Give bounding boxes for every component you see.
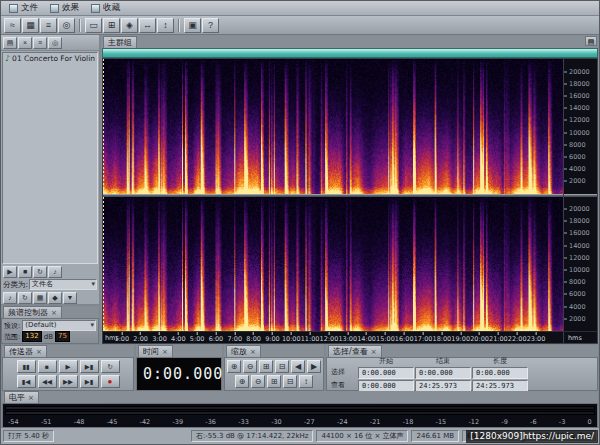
transport-panel: 传送器 ▮▮■▶▶▮↻▮◀◀◀▶▶▶▮● [2, 345, 134, 391]
tool-time-selection-button[interactable]: ▭ [85, 18, 102, 33]
file-list[interactable]: ♪ 01 Concerto For Violin And [2, 52, 98, 264]
preview-loop-button[interactable]: ↻ [33, 266, 47, 278]
close-icon[interactable] [51, 309, 57, 317]
view-waveform-button[interactable]: ≈ [4, 18, 21, 33]
zoom-to-selection-button[interactable]: ⊟ [275, 360, 289, 373]
transport-title: 传送器 [9, 346, 33, 357]
sort-select[interactable]: 文件名 [29, 279, 97, 290]
zoom-reset-button[interactable]: ↕ [299, 375, 313, 388]
fast-forward-button[interactable]: ▶▶ [59, 375, 78, 388]
timeline-label: 23:00 [527, 335, 546, 343]
transport-row: ▮▮■▶▶▮↻ [17, 360, 120, 373]
scale-label: -27 [304, 418, 315, 426]
close-icon[interactable] [162, 348, 168, 356]
zoom-in-button[interactable]: ⊞ [267, 375, 281, 388]
zoom-row: ⊕⊖⊞⊟◀▶ [227, 360, 321, 373]
zoom-left-edge-button[interactable]: ◀ [291, 360, 305, 373]
close-icon[interactable] [36, 348, 42, 356]
go-to-end-button[interactable]: ▶▮ [80, 375, 99, 388]
menu-favorites[interactable]: 收藏 [86, 2, 125, 15]
record-button[interactable]: ● [101, 375, 120, 388]
timeline-ruler[interactable]: hms 1:002:003:004:005:006:007:008:009:00… [102, 331, 598, 344]
close-icon[interactable] [28, 394, 34, 402]
zoom-out-button[interactable]: ⊟ [283, 375, 297, 388]
zoom-out-horizontal-button[interactable]: ⊖ [243, 360, 257, 373]
overview-navigation-bar[interactable] [102, 48, 598, 58]
timeline-label: 1:00 [115, 335, 130, 343]
go-to-beginning-button[interactable]: ▮◀ [17, 375, 36, 388]
spectrogram-right-channel[interactable] [103, 197, 563, 332]
tool-marquee-button[interactable]: ⊞ [103, 18, 120, 33]
preview-play-button[interactable]: ▶ [3, 266, 17, 278]
playhead-cursor[interactable] [103, 59, 104, 194]
zoom-out-vertical-button[interactable]: ⊖ [251, 375, 265, 388]
frequency-label: 4000 [564, 166, 586, 173]
preview-autoplay-button[interactable]: ♪ [48, 266, 62, 278]
close-file-button[interactable]: × [18, 37, 32, 49]
tool-scrub-button[interactable]: ↔ [139, 18, 156, 33]
range-value[interactable]: 132 [22, 331, 41, 342]
spectral-controls-tab[interactable]: 频谱控制器 [3, 306, 62, 318]
time-tab[interactable]: 时间 [138, 345, 173, 357]
selection-value-field[interactable]: 0:00.000 [358, 367, 414, 379]
menu-effects[interactable]: 效果 [45, 2, 84, 15]
timeline-label: 22:00 [508, 335, 527, 343]
selection-value-field[interactable]: 0:00.000 [415, 367, 471, 379]
tool-move-button[interactable]: ↕ [157, 18, 174, 33]
insert-into-cd-button[interactable]: ◎ [48, 37, 62, 49]
effects-menu-icon [50, 4, 59, 13]
scale-label: -51 [41, 418, 52, 426]
view-multitrack-button[interactable]: ≡ [40, 18, 57, 33]
frequency-ruler[interactable]: 2000018000160001400012000100008000600040… [563, 59, 597, 331]
view-cd-button[interactable]: ◎ [58, 18, 75, 33]
file-name: 01 Concerto For Violin And [12, 54, 98, 63]
show-loop-files-button[interactable]: ↻ [18, 292, 32, 304]
stop-button[interactable]: ■ [38, 360, 57, 373]
zoom-right-edge-button[interactable]: ▶ [307, 360, 321, 373]
menu-file[interactable]: 文件 [4, 2, 43, 15]
resolution-value[interactable]: 75 [55, 331, 70, 342]
timeline-track[interactable]: hms 1:002:003:004:005:006:007:008:009:00… [103, 332, 563, 343]
selection-view-tab[interactable]: 选择/查看 [328, 345, 382, 357]
range-label: 范围: [4, 332, 20, 342]
workspace-button[interactable]: ▣ [184, 18, 201, 33]
zoom-in-horizontal-button[interactable]: ⊕ [227, 360, 241, 373]
levels-tab[interactable]: 电平 [4, 391, 39, 403]
play-button[interactable]: ▶ [59, 360, 78, 373]
ruler-tick [564, 83, 567, 84]
show-midi-files-button[interactable]: ◆ [48, 292, 62, 304]
zoom-tab[interactable]: 缩放 [226, 345, 261, 357]
selection-value-field[interactable]: 0:00.000 [472, 367, 528, 379]
file-list-item[interactable]: ♪ 01 Concerto For Violin And [3, 53, 97, 64]
help-button[interactable]: ? [202, 18, 219, 33]
zoom-in-vertical-button[interactable]: ⊕ [235, 375, 249, 388]
pause-button[interactable]: ▮▮ [17, 360, 36, 373]
selection-value-field[interactable]: 24:25.973 [415, 380, 471, 392]
selection-value-field[interactable]: 24:25.973 [472, 380, 528, 392]
play-looped-button[interactable]: ↻ [101, 360, 120, 373]
file-filter-toggles: ♪↻▦◆▼ [1, 291, 99, 304]
zoom-full-button[interactable]: ⊞ [259, 360, 273, 373]
preset-select[interactable]: (Default) [22, 320, 96, 331]
main-group-tab[interactable]: 主群组 [103, 36, 137, 48]
frequency-value: 18000 [569, 80, 590, 87]
view-spectral-button[interactable]: ▦ [22, 18, 39, 33]
preview-stop-button[interactable]: ■ [18, 266, 32, 278]
panel-menu-icon[interactable] [585, 36, 597, 46]
import-file-button[interactable]: ▤ [3, 37, 17, 49]
close-icon[interactable] [250, 348, 256, 356]
show-audio-files-button[interactable]: ♪ [3, 292, 17, 304]
insert-into-multitrack-button[interactable]: ≡ [33, 37, 47, 49]
frequency-value: 10000 [569, 129, 590, 136]
show-video-files-button[interactable]: ▦ [33, 292, 47, 304]
tool-lasso-button[interactable]: ◈ [121, 18, 138, 33]
close-icon[interactable] [371, 348, 377, 356]
show-markers-button[interactable]: ▼ [63, 292, 77, 304]
play-from-cursor-button[interactable]: ▶▮ [80, 360, 99, 373]
transport-tab[interactable]: 传送器 [4, 345, 47, 357]
spectrogram-left-channel[interactable] [103, 59, 563, 194]
selection-value-field[interactable]: 0:00.000 [358, 380, 414, 392]
rewind-button[interactable]: ◀◀ [38, 375, 57, 388]
levels-meter[interactable]: -54-51-48-45-42-39-36-33-30-27-24-21-18-… [2, 403, 598, 428]
playhead-cursor[interactable] [103, 197, 104, 332]
